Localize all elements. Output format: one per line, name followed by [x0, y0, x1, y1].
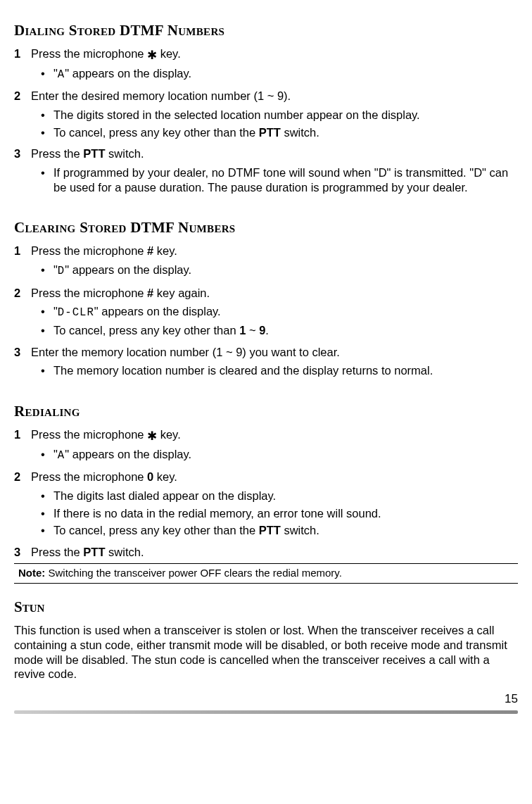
step-number: 2: [14, 470, 31, 484]
text: Press the microphone: [31, 244, 147, 257]
step-text: Press the microphone ✱ key.: [31, 427, 518, 443]
heading-clearing: Clearing Stored DTMF Numbers: [14, 218, 518, 237]
bullet-text: "A" appears on the display.: [53, 447, 191, 463]
bullet-icon: •: [41, 66, 53, 82]
redialing-step3: 3 Press the PTT switch.: [14, 545, 518, 560]
redialing-step2: 2 Press the microphone 0 key.: [14, 470, 518, 484]
bold-text: 0: [147, 470, 153, 483]
step-number: 2: [14, 89, 31, 103]
bold-text: 1: [239, 324, 246, 337]
bullet-text: To cancel, press any key other than the …: [53, 125, 319, 140]
bullet-text: To cancel, press any key other than the …: [53, 523, 319, 538]
bullet-icon: •: [41, 304, 53, 320]
dialing-step1-bullets: • "A" appears on the display.: [41, 66, 518, 82]
redialing-step1: 1 Press the microphone ✱ key.: [14, 427, 518, 443]
bullet-icon: •: [41, 363, 53, 378]
bullet-item: • The memory location number is cleared …: [41, 363, 518, 378]
clearing-step1: 1 Press the microphone # key.: [14, 244, 518, 258]
bullet-item: • If programmed by your dealer, no DTMF …: [41, 165, 518, 194]
note-box: Note: Switching the transceiver power OF…: [14, 563, 518, 584]
text: key.: [157, 428, 181, 441]
text: Press the microphone: [31, 287, 147, 299]
text: Press the microphone: [31, 428, 147, 441]
bold-text: PTT: [259, 126, 281, 139]
step-text: Press the microphone ✱ key.: [31, 46, 518, 62]
text: " appears on the display.: [65, 263, 191, 276]
bullet-item: • To cancel, press any key other than th…: [41, 523, 518, 538]
step-text: Press the PTT switch.: [31, 146, 518, 161]
clearing-step2: 2 Press the microphone # key again.: [14, 286, 518, 301]
text: To cancel, press any key other than: [53, 324, 239, 337]
bullet-item: • If there is no data in the redial memo…: [41, 506, 518, 521]
step-text: Press the PTT switch.: [31, 545, 518, 560]
bullet-text: If programmed by your dealer, no DTMF to…: [53, 165, 518, 194]
lcd-text: A: [58, 68, 65, 81]
heading-stun: Stun: [14, 598, 518, 616]
bullet-text: "D-CLR" appears on the display.: [53, 304, 221, 320]
dialing-step1: 1 Press the microphone ✱ key.: [14, 46, 518, 62]
text: .: [265, 324, 269, 337]
bullet-icon: •: [41, 506, 53, 521]
text: Press the: [31, 546, 83, 558]
clearing-step3-bullets: • The memory location number is cleared …: [41, 363, 518, 378]
bold-text: PTT: [83, 546, 105, 558]
heading-dialing: Dialing Stored DTMF Numbers: [14, 21, 518, 39]
bullet-icon: •: [41, 489, 53, 503]
text: switch.: [105, 546, 144, 558]
bullet-item: • "A" appears on the display.: [41, 66, 518, 82]
step-text: Press the microphone 0 key.: [31, 470, 518, 484]
footer-bar: [14, 710, 518, 714]
bullet-item: • "A" appears on the display.: [41, 447, 518, 463]
bullet-text: If there is no data in the redial memory…: [53, 506, 381, 521]
bullet-icon: •: [41, 165, 53, 194]
step-number: 3: [14, 146, 31, 161]
step-number: 1: [14, 244, 31, 258]
text: key.: [153, 470, 177, 483]
clearing-step1-bullets: • "D" appears on the display.: [41, 263, 518, 279]
clearing-step2-bullets: • "D-CLR" appears on the display. • To c…: [41, 304, 518, 337]
note-label: Note:: [18, 567, 45, 579]
clearing-step3: 3 Enter the memory location number (1 ~ …: [14, 345, 518, 360]
dialing-step3: 3 Press the PTT switch.: [14, 146, 518, 161]
bullet-item: • To cancel, press any key other than 1 …: [41, 323, 518, 338]
text: " appears on the display.: [65, 448, 191, 460]
bold-text: PTT: [259, 524, 281, 536]
star-icon: ✱: [147, 48, 157, 62]
bullet-item: • The digits stored in the selected loca…: [41, 108, 518, 123]
bullet-item: • "D" appears on the display.: [41, 263, 518, 279]
text: key.: [153, 244, 177, 257]
bold-text: #: [147, 287, 153, 299]
note-text: Switching the transceiver power OFF clea…: [45, 567, 342, 579]
text: key.: [157, 47, 181, 60]
step-text: Enter the memory location number (1 ~ 9)…: [31, 345, 518, 360]
bullet-icon: •: [41, 108, 53, 123]
lcd-text: D-CLR: [58, 306, 94, 319]
bullet-text: The digits last dialed appear on the dis…: [53, 489, 276, 503]
text: ~: [246, 324, 259, 337]
bold-text: PTT: [83, 147, 105, 160]
step-number: 2: [14, 286, 31, 301]
text: Press the microphone: [31, 470, 147, 483]
page-number: 15: [14, 691, 518, 706]
step-number: 1: [14, 46, 31, 62]
bullet-item: • To cancel, press any key other than th…: [41, 125, 518, 140]
text: " appears on the display.: [94, 305, 221, 318]
dialing-step2: 2 Enter the desired memory location numb…: [14, 89, 518, 103]
redialing-step2-bullets: • The digits last dialed appear on the d…: [41, 489, 518, 538]
text: Press the: [31, 147, 83, 160]
text: key again.: [153, 287, 210, 299]
step-number: 3: [14, 545, 31, 560]
bullet-item: • "D-CLR" appears on the display.: [41, 304, 518, 320]
text: " appears on the display.: [65, 67, 191, 80]
text: To cancel, press any key other than the: [53, 524, 259, 536]
text: switch.: [105, 147, 144, 160]
bullet-icon: •: [41, 125, 53, 140]
bullet-item: • The digits last dialed appear on the d…: [41, 489, 518, 503]
bullet-icon: •: [41, 447, 53, 463]
text: Press the microphone: [31, 47, 147, 60]
star-icon: ✱: [147, 429, 157, 443]
bullet-icon: •: [41, 263, 53, 279]
bold-text: 9: [259, 324, 265, 337]
dialing-step2-bullets: • The digits stored in the selected loca…: [41, 108, 518, 139]
step-number: 3: [14, 345, 31, 360]
